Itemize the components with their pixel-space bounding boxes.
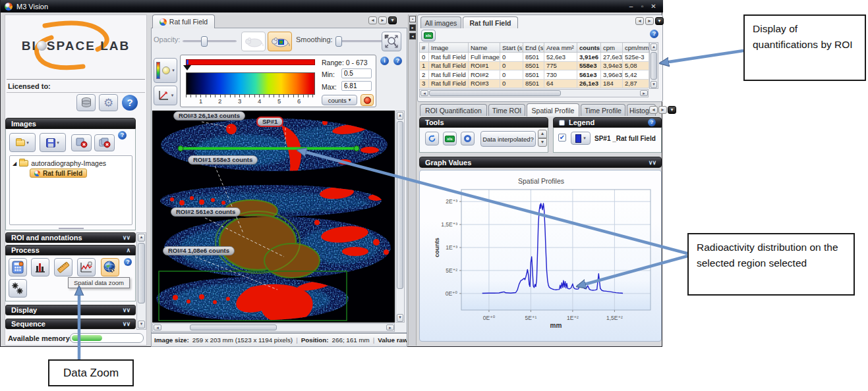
- max-input[interactable]: [341, 81, 372, 91]
- scrollbar-thumb[interactable]: [397, 121, 403, 289]
- table-row[interactable]: 0Rat full FieldFull image 0850152,6e3 3,…: [420, 53, 649, 62]
- tab-list-icon[interactable]: ▾: [668, 106, 676, 114]
- tab-label[interactable]: All images: [425, 19, 457, 27]
- profile-endpoint-handle[interactable]: [178, 146, 183, 151]
- tab-time-roi[interactable]: Time ROI: [488, 104, 525, 116]
- sidebar-scrollbar[interactable]: ▴ ▾: [136, 232, 146, 330]
- spinner-up-icon[interactable]: ▴: [538, 130, 547, 138]
- legend-panel-header[interactable]: Legend ?: [553, 117, 662, 128]
- collapse-chevron-icon[interactable]: ∨∨: [123, 234, 130, 241]
- help-button[interactable]: ?: [122, 95, 138, 111]
- tab-time-profile[interactable]: Time Profile: [581, 104, 625, 116]
- record-button[interactable]: [461, 132, 475, 145]
- splitter-expand-right-icon[interactable]: ▸: [409, 24, 416, 31]
- viewer-vscrollbar[interactable]: ▴ ▾: [395, 111, 405, 323]
- profile-tool-button[interactable]: [77, 258, 96, 276]
- tab-label[interactable]: ROI Quantification: [425, 107, 482, 115]
- scroll-down-icon[interactable]: ▾: [651, 81, 657, 88]
- tree-expander-icon[interactable]: ◢: [13, 161, 16, 167]
- profile-width-spinner[interactable]: ▴ ▾: [538, 130, 547, 147]
- opacity-slider-thumb[interactable]: [201, 36, 208, 47]
- tab-label[interactable]: Time ROI: [492, 107, 522, 115]
- table-row[interactable]: 1Rat full FieldROI#1 08501775 558e33,94e…: [420, 61, 649, 70]
- tab-prev-icon[interactable]: ◂: [635, 17, 644, 25]
- tools-panel-header[interactable]: Tools: [419, 117, 548, 128]
- histogram-range-bar[interactable]: [186, 59, 315, 65]
- spinner-down-icon[interactable]: ▾: [538, 138, 547, 147]
- quant-help-button[interactable]: ?: [650, 30, 658, 38]
- title-bar[interactable]: M3 Vision – ▫ ✕: [1, 0, 663, 13]
- viewer-tab-label[interactable]: Rat full Field: [169, 18, 208, 26]
- colorbar[interactable]: [186, 72, 315, 95]
- col-area[interactable]: Area mm²: [544, 43, 577, 53]
- maximize-button[interactable]: ▫: [637, 2, 648, 11]
- roi-annotations-header[interactable]: ROI and annotations ∨∨: [5, 232, 136, 243]
- scroll-up-icon[interactable]: ▴: [651, 43, 657, 51]
- unit-value[interactable]: counts: [328, 97, 347, 104]
- col-cpm-mm2[interactable]: cpm/mm²: [623, 43, 649, 53]
- refresh-button[interactable]: [425, 132, 439, 145]
- data-interpolated-label[interactable]: Data interpolated?: [482, 136, 534, 143]
- viewer-tab[interactable]: Rat full Field: [152, 14, 215, 28]
- splitter-expand-left-icon[interactable]: ◂: [409, 33, 416, 39]
- tab-spatial-profile[interactable]: Spatial Profile: [527, 103, 579, 117]
- quantification-button[interactable]: [9, 258, 27, 276]
- col-counts[interactable]: counts: [577, 43, 601, 53]
- fit-to-view-button[interactable]: [382, 32, 401, 51]
- collapse-chevron-icon[interactable]: ∨∨: [123, 321, 130, 327]
- collapse-chevron-icon[interactable]: ∨∨: [649, 159, 656, 166]
- scrollbar-thumb[interactable]: [190, 325, 277, 330]
- legend-entry-label[interactable]: SP#1 _Rat full Field: [594, 135, 656, 142]
- tree-folder-row[interactable]: ◢ autoradiography-Images: [13, 159, 106, 167]
- col-index[interactable]: #: [420, 43, 429, 53]
- smoothing-slider-track[interactable]: [337, 40, 387, 42]
- viewer-info-button[interactable]: i: [380, 57, 389, 65]
- tree-item-label[interactable]: Rat full Field: [43, 170, 82, 177]
- panel-splitter[interactable]: ▪ ▸ ◂: [408, 14, 417, 346]
- images-panel-header[interactable]: Images: [5, 118, 136, 129]
- profile-endpoint-handle[interactable]: [354, 146, 359, 151]
- col-end[interactable]: End (s): [523, 43, 544, 53]
- roi1-label[interactable]: ROI#1 558e3 counts: [188, 155, 258, 165]
- minimize-button[interactable]: –: [625, 2, 637, 11]
- tree-folder-label[interactable]: autoradiography-Images: [31, 159, 106, 167]
- data-interpolated-button[interactable]: Data interpolated?: [480, 131, 536, 147]
- expand-chevron-icon[interactable]: ∧: [126, 247, 130, 253]
- autoradiography-image[interactable]: ROI#3 26,1e3 counts SP#1 ROI#1 558e3 cou…: [152, 111, 395, 323]
- col-cpm[interactable]: cpm: [601, 43, 623, 53]
- export-xls-button[interactable]: xls: [443, 132, 457, 145]
- legend-help-button[interactable]: ?: [648, 118, 656, 126]
- settings-button[interactable]: ⚙: [99, 94, 118, 111]
- scroll-down-icon[interactable]: ▾: [138, 321, 145, 328]
- graph-values-header[interactable]: Graph Values ∨∨: [419, 157, 662, 168]
- smoothing-slider-thumb[interactable]: [335, 36, 342, 47]
- collapse-chevron-icon[interactable]: ∨∨: [123, 307, 130, 313]
- col-name[interactable]: Name: [469, 43, 500, 53]
- tab-label[interactable]: Rat full Field: [470, 19, 511, 27]
- tab-label[interactable]: Spatial Profile: [532, 107, 575, 115]
- sequence-panel-header[interactable]: Sequence ∨∨: [5, 319, 136, 329]
- roi2-label[interactable]: ROI#2 561e3 counts: [171, 207, 241, 217]
- tab-prev-icon[interactable]: ◂: [649, 106, 658, 114]
- legend-color-dropdown[interactable]: ▾: [571, 132, 591, 145]
- scroll-up-icon[interactable]: ▴: [138, 234, 145, 242]
- tab-all-images[interactable]: All images: [420, 16, 461, 28]
- splitter-restore-icon[interactable]: ▪: [409, 16, 416, 22]
- tab-next-icon[interactable]: ▸: [378, 16, 387, 24]
- math-operations-button[interactable]: [9, 279, 27, 298]
- tab-roi-quantification[interactable]: ROI Quantification: [420, 104, 487, 116]
- scale-mode-button[interactable]: ▾: [154, 86, 177, 105]
- range-marker-icon[interactable]: [183, 65, 191, 70]
- open-image-button[interactable]: ▾: [9, 133, 36, 152]
- colormap-button[interactable]: ▾: [154, 58, 177, 83]
- roi3-label[interactable]: ROI#3 26,1e3 counts: [173, 111, 245, 120]
- scroll-up-icon[interactable]: ▴: [397, 112, 403, 120]
- table-row[interactable]: 2Rat full FieldROI#2 08501730 561e33,96e…: [420, 70, 649, 80]
- scroll-right-icon[interactable]: ▸: [640, 90, 648, 96]
- tab-prev-icon[interactable]: ◂: [368, 16, 377, 24]
- roi4-label[interactable]: ROI#4 1,08e6 counts: [163, 246, 235, 255]
- table-hscrollbar[interactable]: ◂ ▸: [419, 89, 649, 97]
- reset-scale-button[interactable]: [361, 94, 374, 106]
- col-start[interactable]: Start (s): [500, 43, 523, 53]
- tab-list-icon[interactable]: ▾: [655, 17, 664, 25]
